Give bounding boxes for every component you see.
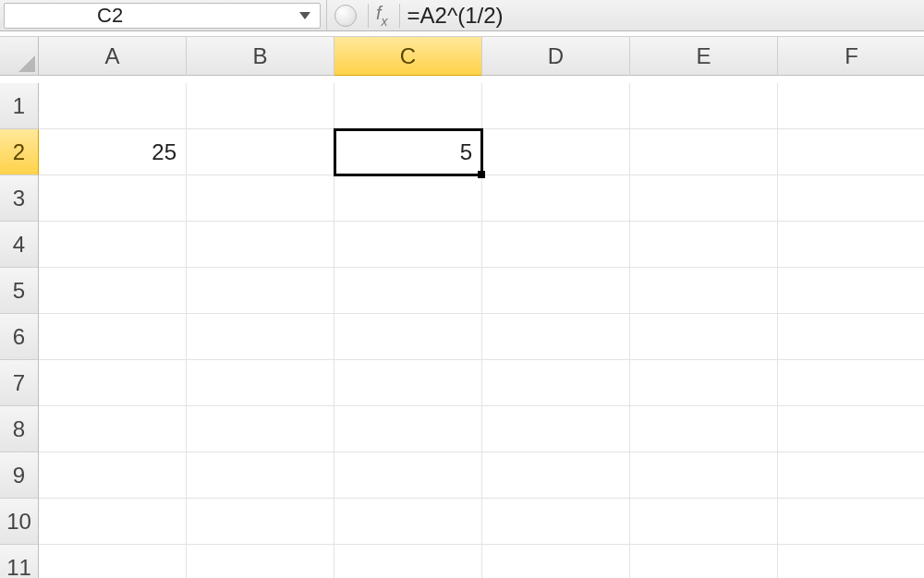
formula-area: fx =A2^(1/2) bbox=[327, 0, 924, 30]
cell-C1[interactable] bbox=[334, 83, 482, 129]
cell-E3[interactable] bbox=[630, 175, 778, 222]
cell-C9[interactable] bbox=[334, 452, 482, 499]
cell-F3[interactable] bbox=[778, 175, 924, 222]
cell-C5[interactable] bbox=[334, 268, 482, 314]
cancel-formula-button[interactable] bbox=[334, 5, 357, 27]
cell-E4[interactable] bbox=[630, 222, 778, 268]
cell-B1[interactable] bbox=[187, 83, 334, 129]
column-header-C[interactable]: C bbox=[334, 37, 482, 76]
cell-B8[interactable] bbox=[187, 406, 334, 452]
row-header-1[interactable]: 1 bbox=[0, 83, 39, 129]
chevron-down-icon[interactable] bbox=[299, 12, 310, 19]
row-header-2[interactable]: 2 bbox=[0, 129, 39, 175]
select-all-corner[interactable] bbox=[0, 37, 39, 76]
cell-E6[interactable] bbox=[630, 314, 778, 360]
cell-D8[interactable] bbox=[482, 406, 630, 452]
cell-E1[interactable] bbox=[630, 83, 778, 129]
row-header-9[interactable]: 9 bbox=[0, 452, 39, 499]
cell-D1[interactable] bbox=[482, 83, 630, 129]
cell-A6[interactable] bbox=[39, 314, 187, 360]
divider bbox=[399, 4, 400, 28]
formula-bar: C2 fx =A2^(1/2) bbox=[0, 0, 924, 31]
cell-C8[interactable] bbox=[334, 406, 482, 452]
cell-A4[interactable] bbox=[39, 222, 187, 268]
cell-D5[interactable] bbox=[482, 268, 630, 314]
cell-E7[interactable] bbox=[630, 360, 778, 406]
cell-B3[interactable] bbox=[187, 175, 334, 222]
row-header-5[interactable]: 5 bbox=[0, 268, 39, 314]
cell-F11[interactable] bbox=[778, 545, 924, 578]
name-box-wrap: C2 bbox=[0, 0, 327, 30]
cell-E9[interactable] bbox=[630, 452, 778, 499]
formula-input[interactable]: =A2^(1/2) bbox=[404, 3, 924, 29]
cell-E8[interactable] bbox=[630, 406, 778, 452]
cell-A5[interactable] bbox=[39, 268, 187, 314]
cell-C4[interactable] bbox=[334, 222, 482, 268]
cell-F6[interactable] bbox=[778, 314, 924, 360]
cell-A9[interactable] bbox=[39, 452, 187, 499]
cell-F4[interactable] bbox=[778, 222, 924, 268]
column-header-D[interactable]: D bbox=[482, 37, 630, 76]
cell-A7[interactable] bbox=[39, 360, 187, 406]
cell-C7[interactable] bbox=[334, 360, 482, 406]
cell-D11[interactable] bbox=[482, 545, 630, 578]
cell-A10[interactable] bbox=[39, 499, 187, 545]
column-header-A[interactable]: A bbox=[39, 37, 187, 76]
row-header-3[interactable]: 3 bbox=[0, 175, 39, 222]
cell-D9[interactable] bbox=[482, 452, 630, 499]
cell-F1[interactable] bbox=[778, 83, 924, 129]
cell-F9[interactable] bbox=[778, 452, 924, 499]
cell-D3[interactable] bbox=[482, 175, 630, 222]
cell-B11[interactable] bbox=[187, 545, 334, 578]
cell-C10[interactable] bbox=[334, 499, 482, 545]
cell-A1[interactable] bbox=[39, 83, 187, 129]
cell-C3[interactable] bbox=[334, 175, 482, 222]
cell-C11[interactable] bbox=[334, 545, 482, 578]
row-header-7[interactable]: 7 bbox=[0, 360, 39, 406]
name-box-value: C2 bbox=[97, 4, 123, 28]
cell-D6[interactable] bbox=[482, 314, 630, 360]
cell-F8[interactable] bbox=[778, 406, 924, 452]
cell-E10[interactable] bbox=[630, 499, 778, 545]
name-box[interactable]: C2 bbox=[4, 3, 321, 29]
cell-D4[interactable] bbox=[482, 222, 630, 268]
row-header-8[interactable]: 8 bbox=[0, 406, 39, 452]
row-header-10[interactable]: 10 bbox=[0, 499, 39, 545]
cell-B9[interactable] bbox=[187, 452, 334, 499]
column-header-E[interactable]: E bbox=[630, 37, 778, 76]
cell-B4[interactable] bbox=[187, 222, 334, 268]
cell-A8[interactable] bbox=[39, 406, 187, 452]
divider bbox=[368, 4, 369, 28]
cell-B6[interactable] bbox=[187, 314, 334, 360]
row-header-4[interactable]: 4 bbox=[0, 222, 39, 268]
cell-F7[interactable] bbox=[778, 360, 924, 406]
column-header-F[interactable]: F bbox=[778, 37, 924, 76]
cell-D7[interactable] bbox=[482, 360, 630, 406]
fx-icon[interactable]: fx bbox=[376, 3, 388, 27]
cell-B10[interactable] bbox=[187, 499, 334, 545]
cell-A3[interactable] bbox=[39, 175, 187, 222]
cell-E11[interactable] bbox=[630, 545, 778, 578]
cell-C2[interactable]: 5 bbox=[334, 129, 482, 175]
cell-D2[interactable] bbox=[482, 129, 630, 175]
cell-C6[interactable] bbox=[334, 314, 482, 360]
cell-E2[interactable] bbox=[630, 129, 778, 175]
row-header-11[interactable]: 11 bbox=[0, 545, 39, 578]
cell-D10[interactable] bbox=[482, 499, 630, 545]
cell-F10[interactable] bbox=[778, 499, 924, 545]
spreadsheet-grid: ABCDEF1225534567891011 bbox=[0, 37, 924, 578]
column-header-B[interactable]: B bbox=[187, 37, 334, 76]
cell-A2[interactable]: 25 bbox=[39, 129, 187, 175]
cell-B5[interactable] bbox=[187, 268, 334, 314]
cell-E5[interactable] bbox=[630, 268, 778, 314]
row-header-6[interactable]: 6 bbox=[0, 314, 39, 360]
cell-A11[interactable] bbox=[39, 545, 187, 578]
cell-B2[interactable] bbox=[187, 129, 334, 175]
cell-F5[interactable] bbox=[778, 268, 924, 314]
cell-B7[interactable] bbox=[187, 360, 334, 406]
cell-F2[interactable] bbox=[778, 129, 924, 175]
